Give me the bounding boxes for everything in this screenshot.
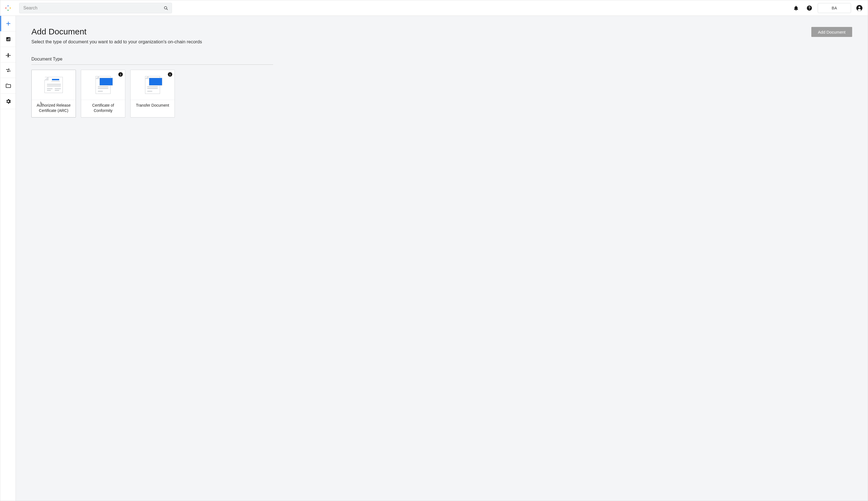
notifications-button[interactable]: [791, 3, 801, 13]
sidebar-item-dashboard[interactable]: [0, 31, 15, 47]
add-document-button[interactable]: Add Document: [811, 27, 852, 37]
sidebar-item-flights[interactable]: [0, 47, 15, 63]
info-icon[interactable]: i: [118, 72, 123, 77]
svg-rect-11: [9, 38, 10, 40]
search-icon: [163, 6, 168, 11]
page-header: Add Document Select the type of document…: [31, 27, 852, 44]
sidebar: [0, 16, 16, 501]
user-badge[interactable]: BA: [818, 3, 851, 13]
account-button[interactable]: [854, 3, 865, 13]
card-arc[interactable]: Authorized Release Certificate (ARC): [31, 70, 76, 117]
main-content: Add Document Select the type of document…: [16, 16, 868, 501]
user-initials: BA: [832, 6, 837, 10]
airplane-icon: [5, 52, 11, 58]
app-logo[interactable]: [0, 5, 16, 11]
svg-point-3: [809, 9, 809, 9]
topbar: BA: [0, 0, 868, 16]
info-icon[interactable]: i: [168, 72, 172, 77]
sidebar-item-settings[interactable]: [0, 94, 15, 109]
svg-rect-10: [8, 38, 9, 40]
svg-rect-9: [7, 39, 8, 41]
logo-icon: [5, 5, 11, 11]
document-type-cards: Authorized Release Certificate (ARC) i: [31, 70, 852, 117]
folder-icon: [5, 83, 11, 89]
bell-icon: [793, 5, 799, 11]
card-coc[interactable]: i Certificate of Conformity: [81, 70, 125, 117]
chart-icon: [5, 36, 11, 42]
card-arc-illustration: [32, 70, 76, 100]
help-button[interactable]: [804, 3, 814, 13]
search-wrap: [19, 3, 172, 13]
sidebar-item-transfer[interactable]: [0, 63, 15, 78]
search-input[interactable]: [19, 3, 172, 13]
plus-icon: [5, 21, 11, 26]
page-title: Add Document: [31, 27, 202, 36]
svg-line-1: [167, 9, 168, 10]
transfer-icon: [5, 67, 11, 73]
sidebar-item-folder[interactable]: [0, 78, 15, 94]
svg-point-5: [859, 7, 860, 8]
gear-icon: [5, 98, 11, 104]
sidebar-item-add[interactable]: [0, 16, 15, 31]
card-coc-label: Certificate of Conformity: [81, 100, 125, 117]
card-transfer-label: Transfer Document: [130, 100, 174, 116]
card-arc-label: Authorized Release Certificate (ARC): [32, 100, 76, 117]
account-icon: [856, 5, 863, 11]
search-button[interactable]: [162, 4, 170, 12]
section-label: Document Type: [31, 57, 852, 62]
page-subtitle: Select the type of document you want to …: [31, 39, 202, 44]
card-transfer[interactable]: i Transfer Document: [130, 70, 175, 117]
section-divider: [31, 64, 273, 65]
help-icon: [806, 5, 813, 11]
